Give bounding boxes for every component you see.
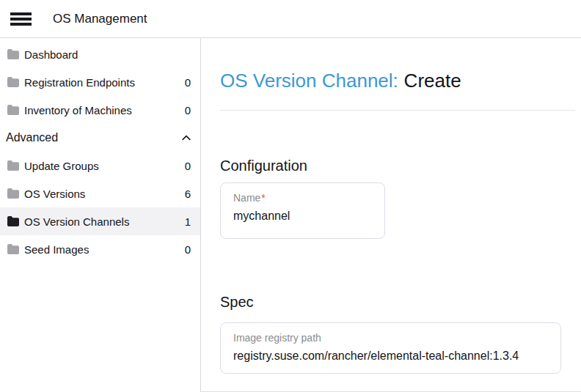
app-title: OS Management: [53, 12, 147, 26]
sidebar-item-label: Update Groups: [24, 160, 185, 172]
name-input[interactable]: [233, 209, 372, 223]
resource-type-link[interactable]: OS Version Channel:: [220, 70, 398, 92]
sidebar-item-label: OS Versions: [24, 188, 185, 200]
folder-icon: [7, 105, 19, 115]
title-divider: [220, 110, 575, 111]
menu-bar: [10, 23, 32, 26]
sidebar-item-inventory-of-machines[interactable]: Inventory of Machines 0: [0, 96, 200, 124]
sidebar-item-label: Seed Images: [24, 243, 185, 256]
sidebar-item-count: 6: [185, 188, 191, 200]
folder-icon: [7, 160, 19, 171]
sidebar-item-label: OS Version Channels: [24, 215, 185, 228]
sidebar-group-label: Advanced: [6, 131, 182, 144]
required-asterisk: *: [261, 192, 265, 204]
app-window: OS Management Dashboard Registration End…: [0, 0, 581, 392]
menu-bar: [10, 18, 32, 21]
page-title-action: Create: [404, 70, 461, 92]
name-field[interactable]: Name*: [220, 182, 385, 239]
section-heading-spec: Spec: [220, 293, 575, 311]
section-heading-configuration: Configuration: [220, 157, 575, 174]
chevron-up-icon: [182, 135, 191, 141]
sidebar-item-count: 0: [185, 160, 191, 172]
menu-icon[interactable]: [10, 12, 32, 26]
sidebar-item-count: 0: [185, 76, 191, 89]
sidebar-item-count: 0: [185, 104, 191, 117]
app-header: OS Management: [0, 0, 581, 38]
folder-icon: [7, 77, 19, 87]
sidebar: Dashboard Registration Endpoints 0 Inven…: [0, 38, 201, 392]
sidebar-item-label: Registration Endpoints: [24, 76, 185, 89]
name-field-label: Name*: [233, 192, 372, 204]
image-registry-path-input[interactable]: [233, 349, 548, 363]
sidebar-item-os-versions[interactable]: OS Versions 6: [0, 180, 200, 207]
content-area: Dashboard Registration Endpoints 0 Inven…: [0, 38, 581, 392]
name-field-label-text: Name: [233, 192, 260, 204]
folder-icon: [7, 244, 19, 254]
sidebar-item-count: 1: [185, 215, 191, 228]
folder-icon: [7, 216, 19, 226]
folder-icon: [7, 188, 19, 199]
sidebar-group-advanced[interactable]: Advanced: [0, 124, 200, 152]
image-registry-path-field[interactable]: Image registry path: [220, 322, 561, 374]
sidebar-item-seed-images[interactable]: Seed Images 0: [0, 235, 200, 263]
image-registry-path-label: Image registry path: [233, 332, 548, 344]
sidebar-item-update-groups[interactable]: Update Groups 0: [0, 152, 200, 180]
folder-icon: [7, 49, 19, 59]
main-panel: OS Version Channel:Create Configuration …: [201, 38, 581, 392]
sidebar-item-label: Dashboard: [24, 48, 191, 61]
sidebar-item-count: 0: [185, 243, 191, 256]
page-title: OS Version Channel:Create: [220, 70, 575, 91]
sidebar-item-os-version-channels[interactable]: OS Version Channels 1: [0, 207, 200, 235]
sidebar-item-registration-endpoints[interactable]: Registration Endpoints 0: [0, 68, 200, 96]
menu-bar: [10, 12, 32, 15]
sidebar-item-dashboard[interactable]: Dashboard: [0, 40, 200, 68]
sidebar-item-label: Inventory of Machines: [24, 104, 185, 117]
